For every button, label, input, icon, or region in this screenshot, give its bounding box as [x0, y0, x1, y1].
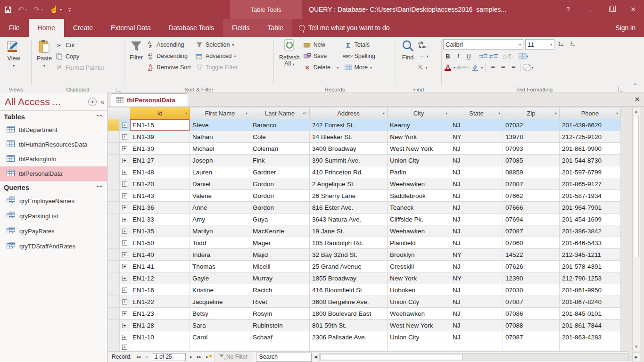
cell-last-name[interactable]: Gordon — [250, 190, 310, 202]
fill-color-icon[interactable] — [471, 63, 480, 72]
cell-state[interactable]: NJ — [450, 214, 503, 225]
cell-phone[interactable]: 201-861-9900 — [560, 143, 621, 155]
new-record-button[interactable]: New — [304, 39, 339, 50]
cell-state[interactable]: NJ — [450, 202, 503, 214]
cell-city[interactable]: Union City — [388, 331, 450, 343]
row-selector[interactable] — [108, 320, 120, 331]
row-selector[interactable] — [108, 155, 120, 166]
nav-item-qryPayRates[interactable]: qryPayRates — [0, 223, 107, 239]
tab-table[interactable]: Table — [258, 19, 292, 37]
next-record-icon[interactable]: ▸ — [187, 354, 195, 359]
table-row[interactable]: +EN1-50ToddMager105 Randolph Rd.Plainfie… — [108, 237, 629, 249]
expand-row-cell[interactable]: + — [120, 272, 130, 284]
goto-button[interactable]: →▾ — [418, 50, 429, 62]
expand-row-cell[interactable]: + — [120, 237, 130, 249]
cell-last-name[interactable]: Murray — [250, 272, 310, 284]
column-header-city[interactable]: City▾ — [388, 107, 450, 119]
tab-create[interactable]: Create — [64, 19, 102, 37]
horizontal-scroll-thumb[interactable] — [320, 354, 462, 360]
expand-icon[interactable]: + — [122, 205, 127, 210]
tab-external-data[interactable]: External Data — [102, 19, 160, 37]
cut-button[interactable]: ✂Cut — [56, 40, 105, 51]
expand-icon[interactable]: + — [122, 311, 127, 316]
format-painter-button[interactable]: Format Painter — [56, 62, 105, 74]
cell-last-name[interactable]: Majid — [250, 249, 310, 261]
cell-state[interactable]: NJ — [450, 119, 503, 131]
expand-icon[interactable]: + — [122, 229, 127, 234]
cell-address[interactable]: 105 Randolph Rd. — [310, 237, 388, 249]
row-selector[interactable] — [108, 284, 120, 296]
cell-address[interactable]: 816 Ester Ave. — [310, 202, 388, 214]
table-row[interactable]: +EN1-43ValerieGordon26 Sherry LaneSaddle… — [108, 190, 629, 202]
cell-zip[interactable]: 07088 — [503, 320, 560, 331]
cell-state[interactable]: NJ — [450, 190, 503, 202]
scroll-left-icon[interactable]: ◀ — [312, 354, 319, 359]
table-row[interactable]: +EN1-22JacquelineRivet3600 Bergeline Ave… — [108, 296, 629, 308]
expand-icon[interactable]: + — [122, 252, 127, 257]
vertical-scrollbar[interactable]: ▲ ▼ — [632, 107, 640, 351]
cell-first-name[interactable]: Steve — [190, 119, 250, 131]
cell-phone[interactable]: 201-861-9950 — [560, 284, 621, 296]
cell-id[interactable]: EN1-39 — [130, 131, 190, 143]
cell-last-name[interactable]: Guya — [250, 214, 310, 225]
cell-last-name[interactable]: Rubinstein — [250, 320, 310, 331]
column-dropdown-icon[interactable]: ▾ — [616, 111, 618, 115]
replace-button[interactable]: ab↳ac — [418, 39, 429, 50]
cell-zip[interactable]: 13978 — [503, 131, 560, 143]
row-selector[interactable] — [108, 272, 120, 284]
cell-first-name[interactable]: Amy — [190, 214, 250, 225]
previous-record-icon[interactable]: ◂ — [142, 354, 150, 359]
column-header-zip[interactable]: Zip▾ — [503, 107, 560, 119]
cell-id[interactable]: EN1-23 — [130, 308, 190, 320]
numbering-icon[interactable]: 1–2– — [568, 39, 577, 49]
expand-icon[interactable]: + — [122, 299, 127, 304]
cell-state[interactable]: NJ — [450, 320, 503, 331]
column-header-address[interactable]: Address▾ — [310, 107, 388, 119]
cell-address[interactable]: 25 Grand Avenue — [310, 261, 388, 272]
cell-first-name[interactable]: Gayle — [190, 272, 250, 284]
scroll-right-corner-icon[interactable]: ▶ — [632, 352, 640, 362]
horizontal-scroll-track[interactable] — [319, 353, 629, 361]
cell-state[interactable]: NJ — [450, 261, 503, 272]
cell-phone[interactable]: 201-454-1609 — [560, 214, 621, 225]
cell-city[interactable]: Brooklyn — [388, 249, 450, 261]
shutter-bar-close-icon[interactable]: « — [100, 98, 104, 106]
cell-zip[interactable]: 07666 — [503, 202, 560, 214]
cell-address[interactable]: 801 59th St. — [310, 320, 388, 331]
cell-last-name[interactable]: Coleman — [250, 143, 310, 155]
cell-zip[interactable]: 07032 — [503, 119, 560, 131]
highlight-color-icon[interactable]: ab — [456, 63, 467, 72]
cell-first-name[interactable]: Michael — [190, 143, 250, 155]
expand-icon[interactable]: + — [122, 158, 127, 163]
row-selector[interactable] — [108, 214, 120, 225]
expand-icon[interactable]: + — [122, 276, 127, 281]
cell-city[interactable]: Cliffside Pk. — [388, 214, 450, 225]
row-selector[interactable] — [108, 202, 120, 214]
align-left-icon[interactable]: ☰ — [488, 63, 497, 72]
select-all-header[interactable] — [108, 107, 130, 119]
tab-database-tools[interactable]: Database Tools — [160, 19, 223, 37]
cell-zip[interactable]: 08859 — [503, 166, 560, 178]
align-right-icon[interactable]: ☰ — [509, 63, 518, 72]
cell-phone[interactable]: 201-386-3842 — [560, 225, 621, 237]
cell-id[interactable]: EN1-43 — [130, 190, 190, 202]
customize-qat-icon[interactable]: –▾ — [68, 7, 71, 12]
expand-row-cell[interactable]: + — [120, 190, 130, 202]
cell-zip[interactable]: 07626 — [503, 261, 560, 272]
row-selector[interactable] — [108, 249, 120, 261]
horizontal-scrollbar[interactable]: ◀ — [312, 352, 629, 362]
cell-first-name[interactable]: Carol — [190, 331, 250, 343]
nav-item-tblParkingInfo[interactable]: tblParkingInfo — [0, 152, 107, 166]
row-selector[interactable] — [108, 143, 120, 155]
filter-button[interactable]: Filter — [126, 37, 147, 73]
cell-phone[interactable]: 212-790-1253 — [560, 272, 621, 284]
cell-state[interactable]: NJ — [450, 178, 503, 190]
table-row[interactable]: +EN1-48LaurenGardner410 Princeton Rd.Par… — [108, 166, 629, 178]
cell-id[interactable]: EN1-27 — [130, 155, 190, 166]
cell-last-name[interactable]: Gardner — [250, 166, 310, 178]
cell-id[interactable]: EN1-28 — [130, 320, 190, 331]
save-icon[interactable] — [5, 7, 11, 13]
vertical-scroll-thumb[interactable] — [634, 116, 639, 257]
cell-city[interactable]: Weehawken — [388, 225, 450, 237]
nav-item-qryTDStaffAndRates[interactable]: qryTDStaffAndRates — [0, 239, 107, 254]
